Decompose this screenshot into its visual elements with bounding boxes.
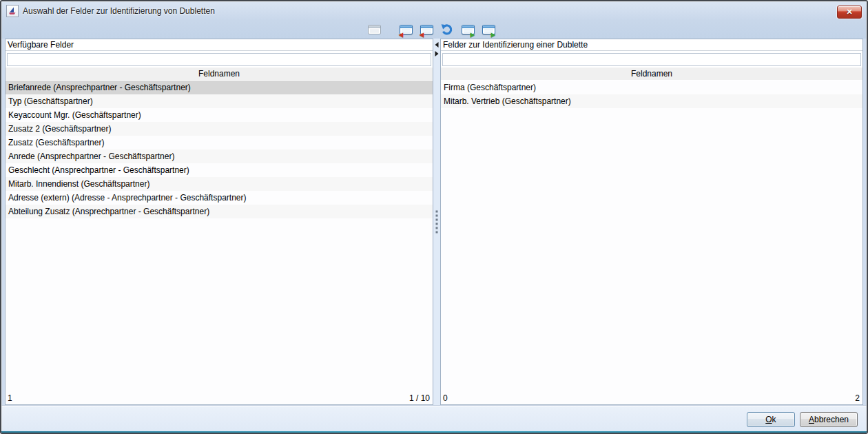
available-fields-statusbar: 1 1 / 10 — [6, 392, 433, 404]
cancel-button[interactable]: Abbrechen — [800, 412, 858, 427]
available-field-list-item[interactable]: Zusatz (Geschäftspartner) — [6, 136, 433, 149]
undo-arrow-icon — [441, 23, 453, 36]
move-selected-left-button[interactable]: ◄ — [418, 21, 435, 38]
total-count: 2 — [855, 393, 860, 403]
close-icon: ✕ — [846, 8, 852, 16]
position-indicator: 1 / 10 — [409, 393, 430, 403]
duplicate-fields-statusbar: 0 2 — [441, 392, 862, 404]
footer-bar: Ok Abbrechen — [1, 405, 867, 433]
duplicate-fields-title: Felder zur Identifizierung einer Dublett… — [441, 39, 862, 51]
available-field-list-item[interactable]: Abteilung Zusatz (Ansprechpartner - Gesc… — [6, 205, 433, 218]
splitter-grip-icon — [436, 211, 438, 234]
available-field-list-item[interactable]: Anrede (Ansprechpartner - Geschäftspartn… — [6, 149, 433, 163]
green-right-arrow-icon: ► — [490, 31, 497, 39]
splitter-arrows — [435, 42, 439, 56]
selected-count: 0 — [443, 393, 448, 403]
duplicate-field-list-item[interactable]: Mitarb. Vertrieb (Geschäftspartner) — [441, 94, 862, 108]
duplicate-field-list-item[interactable]: Firma (Geschäftspartner) — [441, 81, 862, 94]
window-title: Auswahl der Felder zur Identifizierung v… — [23, 6, 215, 16]
panel-splitter[interactable] — [433, 39, 440, 405]
available-fields-title: Verfügbare Felder — [6, 39, 433, 51]
available-field-list-item[interactable]: Typ (Geschäftspartner) — [6, 94, 433, 108]
window-list-icon — [368, 25, 381, 34]
app-logo-icon — [6, 5, 19, 17]
red-left-arrow-icon: ◄ — [418, 31, 426, 39]
collapse-left-icon[interactable] — [435, 42, 439, 48]
collapse-right-icon[interactable] — [435, 51, 439, 56]
red-left-arrow-icon: ◄ — [397, 31, 405, 39]
available-field-list-item[interactable]: Geschlecht (Ansprechpartner - Geschäftsp… — [6, 163, 433, 177]
selected-count: 1 — [8, 393, 12, 403]
available-field-list-item[interactable]: Keyaccount Mgr. (Geschäftspartner) — [6, 108, 433, 122]
available-fields-filter-input[interactable] — [7, 53, 431, 66]
move-all-left-button[interactable]: ◄ — [397, 21, 415, 38]
duplicate-fields-dialog: Auswahl der Felder zur Identifizierung v… — [0, 0, 868, 434]
duplicate-fields-list: Firma (Geschäftspartner)Mitarb. Vertrieb… — [441, 81, 862, 393]
available-fields-filter-row — [6, 51, 433, 67]
green-right-arrow-icon: ► — [469, 31, 477, 39]
undo-button[interactable] — [439, 21, 456, 38]
close-button[interactable]: ✕ — [837, 6, 862, 19]
ok-button[interactable]: Ok — [747, 412, 795, 427]
available-field-list-item[interactable]: Zusatz 2 (Geschäftspartner) — [6, 122, 433, 136]
field-list-button[interactable] — [366, 21, 383, 38]
duplicate-fields-filter-input[interactable] — [442, 53, 861, 66]
available-field-list-item[interactable]: Briefanrede (Ansprechpartner - Geschäfts… — [6, 81, 433, 94]
available-field-list-item[interactable]: Adresse (extern) (Adresse - Ansprechpart… — [6, 191, 433, 205]
available-fields-list: Briefanrede (Ansprechpartner - Geschäfts… — [6, 81, 433, 393]
move-all-right-button[interactable]: ► — [480, 21, 497, 38]
main-content: Verfügbare Felder Feldnamen Briefanrede … — [1, 39, 867, 405]
duplicate-fields-panel: Felder zur Identifizierung einer Dublett… — [440, 39, 863, 405]
titlebar[interactable]: Auswahl der Felder zur Identifizierung v… — [1, 1, 867, 21]
toolbar: ◄ ◄ ► ► — [1, 21, 867, 39]
move-selected-right-button[interactable]: ► — [459, 21, 477, 38]
available-field-list-item[interactable]: Mitarb. Innendienst (Geschäftspartner) — [6, 177, 433, 191]
duplicate-fields-column-header: Feldnamen — [441, 67, 862, 81]
available-fields-panel: Verfügbare Felder Feldnamen Briefanrede … — [5, 39, 433, 405]
available-fields-column-header: Feldnamen — [6, 67, 433, 81]
duplicate-fields-filter-row — [441, 51, 862, 67]
